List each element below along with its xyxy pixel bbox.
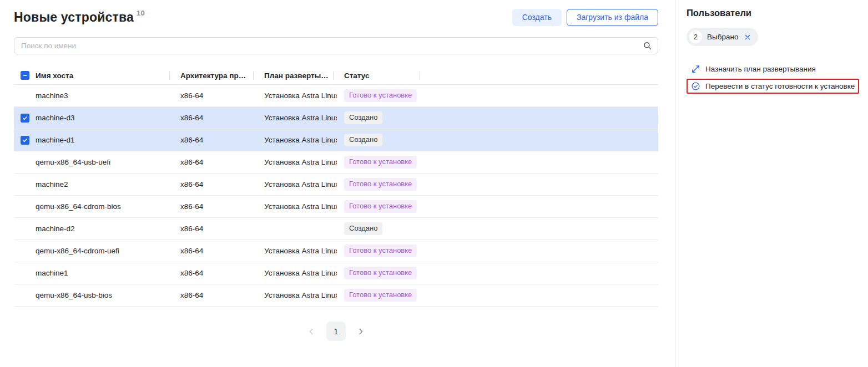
status-badge: Готово к установке (344, 244, 417, 257)
page-title-text: Новые устройства (14, 10, 134, 24)
row-checkbox-checked[interactable] (21, 114, 29, 123)
clear-selection-icon[interactable] (744, 34, 751, 40)
status-cell: Готово к установке (337, 89, 423, 102)
column-header-plan[interactable]: План разверты… (257, 72, 337, 80)
row-checkbox-cell[interactable] (14, 136, 36, 145)
status-badge: Готово к установке (344, 156, 417, 169)
status-cell: Готово к установке (337, 267, 423, 279)
cpu-architecture: x86-64 (173, 291, 257, 299)
devices-table: Имя хоста Архитектура пр… План разверты…… (14, 67, 658, 307)
column-header-architecture[interactable]: Архитектура пр… (173, 72, 257, 80)
cpu-architecture: x86-64 (173, 269, 257, 277)
expand-arrows-icon (691, 64, 700, 74)
deployment-plan: Установка Astra Linux» (257, 202, 337, 211)
check-circle-icon (691, 81, 700, 91)
table-row[interactable]: machine-d3x86-64Установка Astra Linux»Со… (14, 107, 658, 129)
status-cell: Создано (337, 111, 423, 124)
table-row[interactable]: machine3x86-64Установка Astra Linux»Гото… (14, 85, 658, 107)
sidebar-actions: Назначить план развертыванияПеревести в … (687, 62, 861, 94)
host-name: machine1 (36, 269, 173, 277)
select-all-checkbox-indeterminate[interactable] (21, 71, 29, 80)
cpu-architecture: x86-64 (173, 136, 257, 144)
table-row[interactable]: machine-d1x86-64Установка Astra Linux»Со… (14, 129, 658, 151)
host-name: machine2 (36, 180, 173, 188)
status-cell: Создано (337, 134, 423, 146)
row-checkbox-cell[interactable] (14, 114, 36, 123)
status-cell: Создано (337, 222, 423, 235)
column-header-status[interactable]: Статус (337, 72, 423, 80)
host-name: machine-d3 (36, 114, 173, 122)
table-row[interactable]: qemu-x86_64-cdrom-uefix86-64Установка As… (14, 240, 658, 262)
deployment-plan: Установка Astra Linux» (257, 269, 337, 277)
status-badge: Создано (344, 111, 382, 124)
column-header-host[interactable]: Имя хоста (36, 72, 173, 80)
sidebar: Пользователи 2 Выбрано Назначить план ра… (675, 0, 868, 367)
page-title: Новые устройства10 (14, 10, 145, 25)
status-cell: Готово к установке (337, 244, 423, 257)
table-header: Имя хоста Архитектура пр… План разверты…… (14, 67, 658, 85)
table-row[interactable]: machine-d2x86-64Создано (14, 218, 658, 240)
status-badge: Готово к установке (344, 178, 417, 191)
cpu-architecture: x86-64 (173, 247, 257, 255)
cpu-architecture: x86-64 (173, 225, 257, 233)
page-number-1[interactable]: 1 (326, 322, 346, 341)
cpu-architecture: x86-64 (173, 158, 257, 166)
devices-panel: Новые устройства10 Создать Загрузить из … (0, 0, 675, 367)
host-name: qemu-x86_64-cdrom-bios (36, 202, 173, 211)
status-badge: Создано (344, 134, 382, 146)
status-cell: Готово к установке (337, 156, 423, 169)
action-label: Перевести в статус готовности к установк… (705, 82, 855, 90)
host-name: qemu-x86_64-usb-uefi (36, 158, 173, 166)
deployment-plan: Установка Astra Linux» (257, 114, 337, 122)
selection-chip: 2 Выбрано (687, 28, 758, 46)
host-name: machine-d1 (36, 136, 173, 144)
status-cell: Готово к установке (337, 178, 423, 191)
upload-from-file-button[interactable]: Загрузить из файла (567, 9, 658, 26)
selection-count: 2 (689, 30, 702, 43)
action-label: Назначить план развертывания (705, 65, 816, 73)
cpu-architecture: x86-64 (173, 202, 257, 211)
cpu-architecture: x86-64 (173, 180, 257, 188)
host-name: machine3 (36, 91, 173, 100)
select-all-cell[interactable] (14, 71, 36, 80)
deployment-plan: Установка Astra Linux» (257, 180, 337, 188)
header-buttons: Создать Загрузить из файла (512, 9, 658, 26)
search-icon[interactable] (643, 41, 652, 50)
table-row[interactable]: qemu-x86_64-cdrom-biosx86-64Установка As… (14, 196, 658, 218)
status-badge: Готово к установке (344, 89, 417, 102)
cpu-architecture: x86-64 (173, 114, 257, 122)
create-button[interactable]: Создать (512, 9, 562, 26)
deployment-plan: Установка Astra Linux» (257, 247, 337, 255)
cpu-architecture: x86-64 (173, 91, 257, 100)
next-page-button[interactable] (354, 325, 367, 338)
sidebar-title: Пользователи (687, 8, 861, 18)
status-cell: Готово к установке (337, 200, 423, 213)
table-row[interactable]: qemu-x86_64-usb-uefix86-64Установка Astr… (14, 151, 658, 174)
host-name: qemu-x86_64-usb-bios (36, 291, 173, 299)
assign-deployment-plan-action[interactable]: Назначить план развертывания (687, 62, 820, 77)
pagination: 1 (14, 322, 658, 341)
status-badge: Готово к установке (344, 267, 417, 279)
host-name: qemu-x86_64-cdrom-uefi (36, 247, 173, 255)
table-row[interactable]: machine2x86-64Установка Astra Linux»Гото… (14, 174, 658, 196)
status-cell: Готово к установке (337, 289, 423, 302)
row-checkbox-checked[interactable] (21, 136, 29, 145)
selection-label: Выбрано (707, 33, 738, 41)
table-row[interactable]: machine1x86-64Установка Astra Linux»Гото… (14, 262, 658, 284)
app-root: Новые устройства10 Создать Загрузить из … (0, 0, 868, 367)
status-badge: Создано (344, 222, 382, 235)
prev-page-button[interactable] (305, 325, 318, 338)
table-row[interactable]: qemu-x86_64-usb-biosx86-64Установка Astr… (14, 284, 658, 307)
deployment-plan: Установка Astra Linux» (257, 291, 337, 299)
status-badge: Готово к установке (344, 289, 417, 302)
status-badge: Готово к установке (344, 200, 417, 213)
deployment-plan: Установка Astra Linux» (257, 158, 337, 166)
table-body: machine3x86-64Установка Astra Linux»Гото… (14, 85, 658, 307)
page-header: Новые устройства10 Создать Загрузить из … (14, 9, 658, 26)
search-input[interactable] (14, 37, 658, 54)
search-box (14, 37, 658, 54)
deployment-plan: Установка Astra Linux» (257, 136, 337, 144)
device-count-badge: 10 (137, 9, 145, 17)
host-name: machine-d2 (36, 225, 173, 233)
set-ready-status-action[interactable]: Перевести в статус готовности к установк… (687, 79, 859, 94)
